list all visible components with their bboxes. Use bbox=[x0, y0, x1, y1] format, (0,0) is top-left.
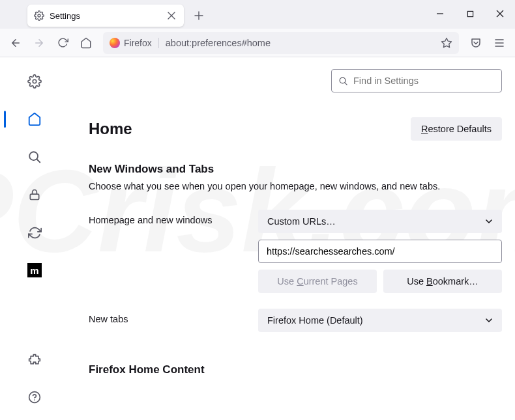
sidebar-item-extensions[interactable] bbox=[22, 347, 47, 372]
svg-point-3 bbox=[33, 79, 37, 83]
sidebar-item-search[interactable] bbox=[22, 145, 47, 169]
sidebar-item-mozilla[interactable]: m bbox=[22, 258, 47, 283]
sidebar-item-home[interactable] bbox=[22, 107, 47, 132]
sidebar-item-general[interactable] bbox=[22, 69, 47, 94]
sidebar-item-privacy[interactable] bbox=[22, 182, 47, 207]
section-description: Choose what you see when you open your h… bbox=[89, 181, 502, 191]
sidebar-item-help[interactable] bbox=[22, 385, 47, 410]
firefox-icon bbox=[110, 38, 120, 48]
svg-marker-2 bbox=[442, 38, 452, 47]
url-text: about:preferences#home bbox=[166, 38, 434, 48]
svg-rect-1 bbox=[467, 11, 473, 16]
svg-point-0 bbox=[38, 14, 40, 17]
settings-search[interactable] bbox=[331, 69, 502, 92]
use-current-pages-button[interactable]: Use Current Pages bbox=[258, 270, 377, 293]
back-button[interactable] bbox=[5, 33, 26, 53]
newtabs-dropdown-value: Firefox Home (Default) bbox=[267, 315, 363, 326]
homepage-url-input[interactable] bbox=[258, 240, 502, 263]
homepage-label: Homepage and new windows bbox=[89, 210, 245, 225]
mozilla-icon: m bbox=[27, 263, 42, 277]
newtabs-dropdown[interactable]: Firefox Home (Default) bbox=[258, 309, 502, 332]
window-controls bbox=[425, 0, 515, 27]
section-new-windows-tabs: New Windows and Tabs bbox=[89, 163, 502, 176]
minimize-button[interactable] bbox=[425, 0, 455, 27]
browser-tab[interactable]: Settings bbox=[27, 5, 184, 27]
close-icon[interactable] bbox=[166, 10, 177, 21]
bookmark-star-icon[interactable] bbox=[441, 37, 452, 49]
sidebar: m bbox=[0, 57, 69, 420]
settings-search-input[interactable] bbox=[353, 76, 495, 86]
toolbar: Firefox about:preferences#home bbox=[0, 29, 515, 57]
new-tab-button[interactable] bbox=[189, 6, 209, 25]
section-firefox-home-content: Firefox Home Content bbox=[89, 363, 502, 376]
tab-title: Settings bbox=[50, 11, 160, 21]
titlebar: Settings bbox=[0, 0, 515, 29]
page-title: Home bbox=[89, 120, 132, 138]
urlbar-identity[interactable]: Firefox bbox=[110, 38, 159, 48]
newtabs-label: New tabs bbox=[89, 309, 245, 324]
chevron-down-icon bbox=[485, 217, 493, 225]
gear-icon bbox=[34, 10, 44, 21]
use-bookmark-button[interactable]: Use Bookmark… bbox=[383, 270, 502, 293]
urlbar[interactable]: Firefox about:preferences#home bbox=[103, 32, 459, 54]
close-window-button[interactable] bbox=[485, 0, 515, 27]
homepage-dropdown-value: Custom URLs… bbox=[267, 216, 336, 227]
pocket-button[interactable] bbox=[465, 33, 486, 53]
homepage-dropdown[interactable]: Custom URLs… bbox=[258, 210, 502, 233]
restore-defaults-button[interactable]: Restore Defaults bbox=[411, 117, 502, 141]
svg-rect-5 bbox=[30, 194, 38, 199]
home-toolbar-button[interactable] bbox=[76, 33, 96, 53]
menu-button[interactable] bbox=[489, 33, 510, 53]
identity-label: Firefox bbox=[124, 38, 152, 48]
forward-button[interactable] bbox=[29, 33, 50, 53]
chevron-down-icon bbox=[485, 316, 493, 324]
main-content: Home Restore Defaults New Windows and Ta… bbox=[69, 57, 515, 420]
maximize-button[interactable] bbox=[455, 0, 485, 27]
reload-button[interactable] bbox=[52, 33, 73, 53]
sidebar-item-sync[interactable] bbox=[22, 220, 47, 245]
